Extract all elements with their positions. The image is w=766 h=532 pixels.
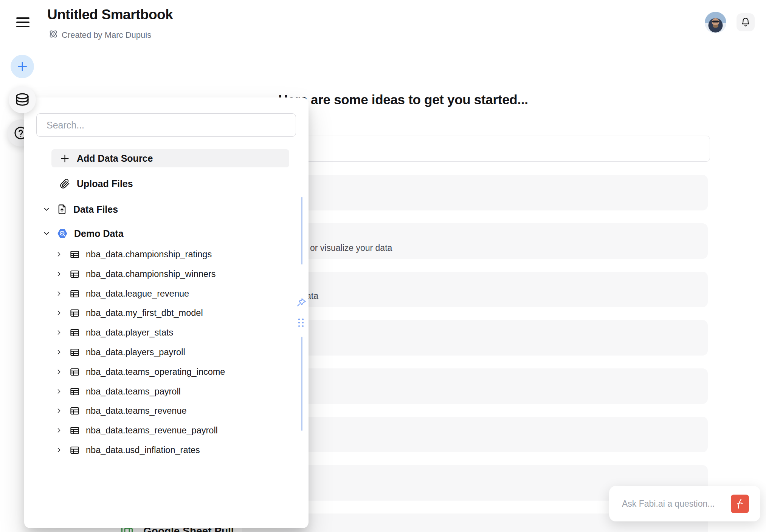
ask-submit-button[interactable] [731, 495, 749, 513]
table-icon [70, 269, 80, 279]
table-icon [70, 387, 80, 397]
page-title: Untitled Smartbook [47, 7, 173, 23]
add-cell-button[interactable] [11, 55, 34, 78]
idea-card[interactable] [242, 272, 708, 307]
group-label: Data Files [73, 204, 118, 215]
table-name: nba_data.teams_revenue [86, 406, 187, 416]
chevron-right-icon[interactable] [55, 251, 63, 258]
chevron-right-icon[interactable] [55, 329, 63, 336]
paperclip-icon [60, 179, 70, 189]
chevron-right-icon[interactable] [55, 290, 63, 297]
chevron-right-icon[interactable] [55, 368, 63, 376]
table-name: nba_data.teams_payroll [86, 387, 181, 397]
chevron-right-icon[interactable] [55, 427, 63, 434]
table-icon [70, 406, 80, 416]
created-by-text: Created by Marc Dupuis [62, 30, 151, 40]
group-data-files[interactable]: Data Files [39, 200, 118, 218]
table-name: nba_data.championship_winners [86, 269, 216, 279]
idea-card[interactable] [242, 223, 708, 259]
table-name: nba_data.teams_operating_income [86, 367, 225, 377]
data-sources-button[interactable] [9, 86, 36, 113]
chevron-right-icon[interactable] [55, 348, 63, 356]
ask-fabi-bar[interactable]: Ask Fabi.ai a question... [609, 486, 760, 521]
upload-files-label: Upload Files [77, 178, 133, 189]
pin-panel-icon[interactable] [296, 297, 307, 310]
table-name: nba_data.league_revenue [86, 289, 189, 299]
drag-handle-icon[interactable] [298, 319, 305, 328]
app-root: Untitled Smartbook Created by Marc Dupui… [0, 0, 766, 532]
data-sources-panel: Add Data Source Upload Files Data Files [24, 97, 309, 528]
plus-icon [60, 153, 70, 164]
file-upload-icon [57, 204, 67, 215]
add-data-source-button[interactable]: Add Data Source [51, 149, 289, 167]
chevron-down-icon[interactable] [42, 205, 51, 213]
table-name: nba_data.usd_inflation_rates [86, 445, 200, 455]
notifications-button[interactable] [737, 13, 755, 31]
table-icon [70, 328, 80, 338]
chevron-right-icon[interactable] [55, 270, 63, 278]
panel-scrollbar[interactable] [301, 337, 302, 431]
chevron-right-icon[interactable] [55, 407, 63, 414]
bigquery-icon [57, 228, 68, 239]
upload-files-button[interactable]: Upload Files [51, 175, 289, 193]
group-label: Demo Data [74, 228, 124, 239]
idea-card[interactable] [242, 368, 708, 404]
idea-card[interactable] [242, 175, 708, 210]
database-icon [15, 92, 30, 107]
table-icon [70, 425, 80, 436]
plus-icon [16, 60, 28, 73]
chevron-right-icon[interactable] [55, 388, 63, 395]
table-icon [70, 308, 80, 318]
table-icon [70, 249, 80, 260]
panel-scrollbar[interactable] [301, 197, 302, 264]
idea-card-text: or visualize your data [310, 243, 392, 253]
hamburger-menu-icon[interactable] [16, 17, 29, 28]
atom-icon [48, 29, 58, 41]
chevron-down-icon[interactable] [42, 229, 51, 238]
table-name: nba_data.my_first_dbt_model [86, 308, 203, 318]
ideas-heading: Here are some ideas to get you started..… [278, 92, 528, 107]
ask-fabi-placeholder: Ask Fabi.ai a question... [622, 499, 731, 509]
user-avatar[interactable] [705, 12, 726, 33]
bell-icon [741, 17, 750, 27]
table-icon [70, 289, 80, 299]
chevron-right-icon[interactable] [55, 309, 63, 317]
add-data-source-label: Add Data Source [77, 153, 153, 164]
table-icon [70, 445, 80, 455]
idea-card[interactable] [242, 417, 708, 452]
idea-card[interactable] [242, 320, 708, 356]
table-name: nba_data.player_stats [86, 328, 173, 338]
table-icon [70, 367, 80, 377]
table-icon [70, 347, 80, 357]
table-name: nba_data.teams_revenue_payroll [86, 425, 218, 436]
table-name: nba_data.players_payroll [86, 347, 185, 357]
chevron-right-icon[interactable] [55, 446, 63, 454]
search-input[interactable] [36, 113, 296, 137]
created-by-row: Created by Marc Dupuis [48, 29, 151, 41]
group-demo-data[interactable]: Demo Data [39, 224, 124, 243]
prompt-input-box[interactable] [242, 136, 710, 162]
fabi-bolt-icon [734, 498, 746, 509]
table-name: nba_data.championship_ratings [86, 249, 212, 260]
